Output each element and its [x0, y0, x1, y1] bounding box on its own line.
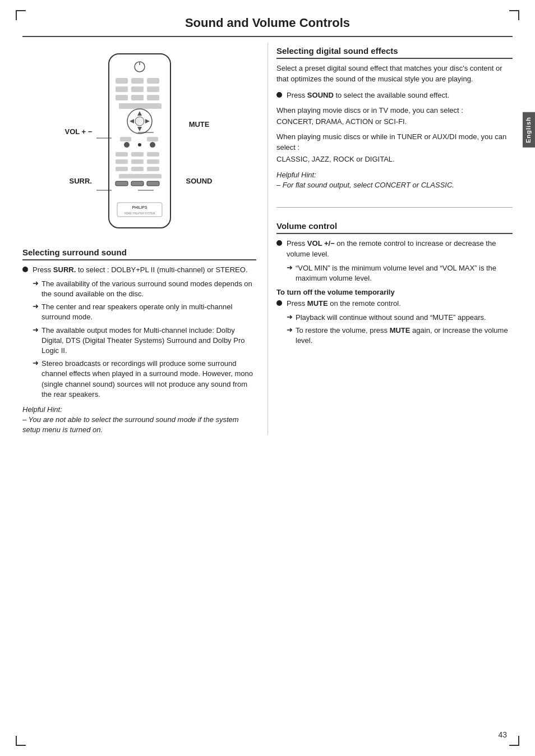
volume-arrow-text-2: Playback will continue without sound and…: [296, 313, 513, 323]
arrow-icon-vol-3: ➜: [287, 326, 293, 334]
volume-bullet-text-1: Press VOL +/− on the remote control to i…: [287, 239, 513, 260]
left-column: VOL + − MUTE SURR. SOUND: [22, 43, 268, 435]
page-number: 43: [498, 730, 507, 739]
volume-bullet-text-2: Press MUTE on the remote control.: [287, 299, 513, 309]
surround-arrow-text-1: The availability of the various surround…: [41, 279, 256, 299]
border-top-left: [16, 10, 26, 11]
mute-label: MUTE: [189, 120, 210, 129]
volume-bullet-2: Press MUTE on the remote control.: [276, 299, 513, 309]
surround-arrow-2: ➜ The center and rear speakers operate o…: [33, 302, 256, 322]
volume-section: Volume control Press VOL +/− on the remo…: [276, 216, 513, 346]
main-content: VOL + − MUTE SURR. SOUND: [22, 37, 513, 435]
surround-arrow-1: ➜ The availability of the various surrou…: [33, 279, 256, 299]
digital-hint-text: – For flat sound output, select CONCERT …: [276, 180, 513, 190]
border-right-top: [518, 10, 519, 20]
bullet-dot-1: [22, 267, 28, 272]
digital-bullet-1: Press SOUND to select the available soun…: [276, 90, 513, 101]
digital-section-heading: Selecting digital sound effects: [276, 46, 513, 59]
surround-helpful-hint: Helpful Hint: – You are not able to sele…: [22, 405, 256, 435]
volume-sub-heading: To turn off the volume temporarily: [276, 288, 513, 296]
pointer-lines: [58, 51, 187, 248]
arrow-icon-1: ➜: [33, 279, 39, 287]
surround-arrow-3: ➜ The available output modes for Multi-c…: [33, 326, 256, 356]
right-column: Selecting digital sound effects Select a…: [268, 43, 513, 435]
surround-arrow-text-3: The available output modes for Multi-cha…: [41, 326, 256, 356]
digital-para1: When playing movie discs or in TV mode, …: [276, 106, 513, 116]
digital-section: Selecting digital sound effects Select a…: [276, 46, 513, 199]
border-left-top: [16, 10, 17, 20]
digital-para2-options: CLASSIC, JAZZ, ROCK or DIGITAL.: [276, 154, 513, 165]
volume-bullet-1: Press VOL +/− on the remote control to i…: [276, 239, 513, 260]
volume-section-heading: Volume control: [276, 221, 513, 234]
border-left-bottom: [16, 736, 17, 746]
surround-arrow-text-4: Stereo broadcasts or recordings will pro…: [41, 359, 256, 400]
page-title: Sound and Volume Controls: [22, 0, 513, 37]
digital-hint-title: Helpful Hint:: [276, 171, 513, 179]
surround-arrow-text-2: The center and rear speakers operate onl…: [41, 302, 256, 322]
volume-arrow-2: ➜ Playback will continue without sound a…: [287, 313, 513, 323]
bullet-dot-vol-2: [276, 300, 282, 306]
surround-section: Selecting surround sound Press SURR. to …: [22, 248, 256, 435]
surround-arrow-4: ➜ Stereo broadcasts or recordings will p…: [33, 359, 256, 400]
surround-hint-title: Helpful Hint:: [22, 405, 256, 414]
digital-helpful-hint: Helpful Hint: – For flat sound output, s…: [276, 171, 513, 190]
sound-label: SOUND: [186, 177, 213, 185]
digital-bullet-text-1: Press SOUND to select the available soun…: [287, 90, 513, 101]
border-bottom-left: [16, 745, 26, 746]
surround-bullet-text-1: Press SURR. to select : DOLBY+PL II (mul…: [33, 265, 256, 276]
arrow-icon-vol-2: ➜: [287, 313, 293, 321]
arrow-icon-2: ➜: [33, 302, 39, 310]
digital-para1-options: CONCERT, DRAMA, ACTION or SCI-FI.: [276, 117, 513, 127]
remote-wrapper: VOL + − MUTE SURR. SOUND: [103, 51, 176, 232]
arrow-icon-3: ➜: [33, 326, 39, 334]
digital-intro: Select a preset digital sound effect tha…: [276, 63, 513, 85]
volume-arrow-1: ➜ “VOL MIN” is the minimum volume level …: [287, 263, 513, 283]
volume-arrow-text-3: To restore the volume, press MUTE again,…: [296, 326, 513, 346]
bullet-dot-vol-1: [276, 240, 282, 246]
volume-arrow-3: ➜ To restore the volume, press MUTE agai…: [287, 326, 513, 346]
arrow-icon-vol-1: ➜: [287, 263, 293, 272]
surround-hint-text: – You are not able to select the surroun…: [22, 415, 256, 435]
remote-illustration: VOL + − MUTE SURR. SOUND: [22, 43, 256, 241]
arrow-icon-4: ➜: [33, 359, 39, 367]
border-right-bottom: [518, 736, 519, 746]
section-divider: [276, 207, 513, 208]
digital-para2: When playing music discs or while in TUN…: [276, 132, 513, 153]
surround-bullet-1: Press SURR. to select : DOLBY+PL II (mul…: [22, 265, 256, 276]
surround-section-heading: Selecting surround sound: [22, 248, 256, 260]
bullet-dot-digital-1: [276, 92, 282, 98]
language-tab: English: [523, 112, 535, 148]
volume-arrow-text-1: “VOL MIN” is the minimum volume level an…: [296, 263, 513, 283]
